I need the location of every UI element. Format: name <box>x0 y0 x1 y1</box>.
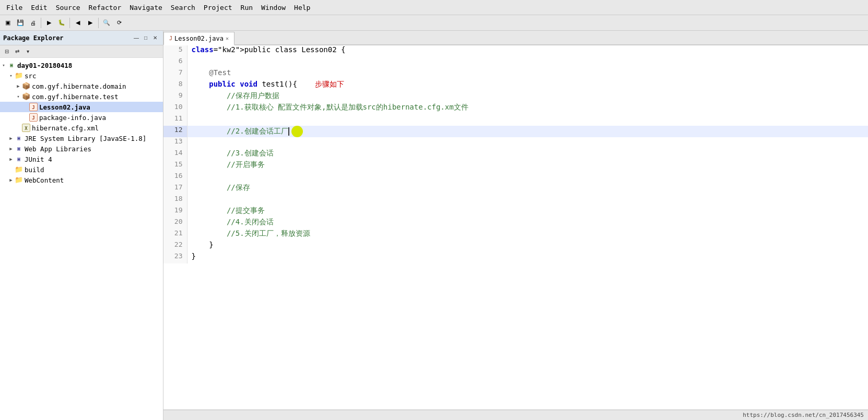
menu-refactor[interactable]: Refactor <box>85 2 126 13</box>
toolbar-prev[interactable]: ◀ <box>72 17 84 29</box>
line-number: 7 <box>163 68 187 80</box>
menu-search[interactable]: Search <box>167 2 200 13</box>
menu-run[interactable]: Run <box>237 2 257 13</box>
tree-file-icon: 📁 <box>15 176 23 184</box>
editor-tabs: J Lesson02.java ✕ <box>163 31 868 45</box>
line-content[interactable] <box>187 137 868 149</box>
toolbar-refresh[interactable]: ⟳ <box>113 17 125 29</box>
tree-item-jre[interactable]: ▶▣JRE System Library [JavaSE-1.8] <box>0 133 163 143</box>
tree-item-src[interactable]: ▾📁src <box>0 70 163 81</box>
tab-close-icon[interactable]: ✕ <box>226 35 229 41</box>
code-area[interactable]: 5class="kw2">public class Lesson02 {6 7 … <box>163 45 868 410</box>
line-content[interactable] <box>187 114 868 126</box>
tree-item-com.gyf.test[interactable]: ▾📦com.gyf.hibernate.test <box>0 91 163 102</box>
tree-item-build[interactable]: 📁build <box>0 164 163 175</box>
line-content[interactable]: //1.获取核心 配置文件对象,默认是加载src的hibernate.cfg.x… <box>187 103 868 114</box>
line-content[interactable]: public void test1(){ 步骤如下 <box>187 80 868 91</box>
toolbar-new[interactable]: ▣ <box>2 17 14 29</box>
line-content[interactable]: } <box>187 241 868 252</box>
menu-help[interactable]: Help <box>290 2 314 13</box>
line-content[interactable]: //4.关闭会话 <box>187 218 868 229</box>
tree-file-icon: 📦 <box>22 92 30 101</box>
code-line-18: 18 <box>163 195 868 206</box>
menu-navigate[interactable]: Navigate <box>125 2 167 13</box>
line-content[interactable]: //保存 <box>187 183 868 195</box>
line-number: 9 <box>163 91 187 103</box>
menu-source[interactable]: Source <box>52 2 85 13</box>
line-content[interactable]: //开启事务 <box>187 160 868 172</box>
tree-file-icon: 📁 <box>15 165 23 174</box>
tree-item-junit[interactable]: ▶▣JUnit 4 <box>0 154 163 164</box>
line-content[interactable]: //2.创建会话工厂 <box>187 126 868 137</box>
line-content[interactable]: //3.创建会话 <box>187 149 868 160</box>
tree-item-hibernate.cfg[interactable]: Xhibernate.cfg.xml <box>0 123 163 133</box>
pe-title: Package Explorer <box>3 34 132 42</box>
line-content[interactable] <box>187 195 868 206</box>
menu-file[interactable]: File <box>2 2 27 13</box>
tree-arrow-icon: ▶ <box>15 83 22 89</box>
toolbar-search[interactable]: 🔍 <box>101 17 112 29</box>
line-number: 20 <box>163 218 187 229</box>
tree-file-icon: ▣ <box>15 145 23 153</box>
code-line-20: 20 //4.关闭会话 <box>163 218 868 229</box>
line-content[interactable]: } <box>187 252 868 263</box>
code-line-16: 16 <box>163 172 868 183</box>
tree-file-icon: J <box>29 113 38 122</box>
code-line-14: 14 //3.创建会话 <box>163 149 868 160</box>
tree-item-day01[interactable]: ▾▣day01-20180418 <box>0 60 163 70</box>
line-number: 17 <box>163 183 187 195</box>
toolbar-debug[interactable]: 🐛 <box>56 17 67 29</box>
line-number: 18 <box>163 195 187 206</box>
tree-item-webapp[interactable]: ▶▣Web App Libraries <box>0 143 163 154</box>
editor-tab-lesson02[interactable]: J Lesson02.java ✕ <box>163 32 234 45</box>
pe-toolbar: ⊟ ⇄ ▾ <box>0 45 163 58</box>
line-content[interactable]: //5.关闭工厂，释放资源 <box>187 229 868 241</box>
code-line-23: 23} <box>163 252 868 263</box>
line-number: 15 <box>163 160 187 172</box>
pe-collapse[interactable]: ⊟ <box>2 47 11 56</box>
toolbar-print[interactable]: 🖨 <box>27 17 39 29</box>
toolbar-run[interactable]: ▶ <box>43 17 55 29</box>
code-line-10: 10 //1.获取核心 配置文件对象,默认是加载src的hibernate.cf… <box>163 103 868 114</box>
menu-window[interactable]: Window <box>257 2 290 13</box>
main-layout: Package Explorer — □ ✕ ⊟ ⇄ ▾ ▾▣day01-201… <box>0 31 868 420</box>
toolbar-next[interactable]: ▶ <box>85 17 96 29</box>
menu-edit[interactable]: Edit <box>27 2 51 13</box>
pe-close[interactable]: ✕ <box>150 33 160 43</box>
tree-label: package-info.java <box>39 114 106 122</box>
toolbar-save[interactable]: 💾 <box>15 17 26 29</box>
line-content[interactable] <box>187 57 868 68</box>
line-content[interactable]: //保存用户数据 <box>187 91 868 103</box>
code-line-7: 7 @Test <box>163 68 868 80</box>
menu-project[interactable]: Project <box>200 2 237 13</box>
tree-item-packageinfo[interactable]: Jpackage-info.java <box>0 112 163 123</box>
line-content[interactable]: //提交事务 <box>187 206 868 218</box>
tree-label: com.gyf.hibernate.domain <box>32 82 126 90</box>
tree-arrow-icon: ▶ <box>7 177 15 183</box>
pe-minimize[interactable]: — <box>132 33 141 43</box>
tree-item-com.gyf.domain[interactable]: ▶📦com.gyf.hibernate.domain <box>0 81 163 91</box>
tree-item-webcontent[interactable]: ▶📁WebContent <box>0 175 163 185</box>
toolbar-sep3 <box>98 18 99 28</box>
package-explorer-panel: Package Explorer — □ ✕ ⊟ ⇄ ▾ ▾▣day01-201… <box>0 31 163 420</box>
pe-tree[interactable]: ▾▣day01-20180418▾📁src▶📦com.gyf.hibernate… <box>0 58 163 420</box>
code-line-22: 22 } <box>163 241 868 252</box>
line-number: 19 <box>163 206 187 218</box>
tree-file-icon: ▣ <box>15 134 23 142</box>
pe-link[interactable]: ⇄ <box>13 47 22 56</box>
toolbar: ▣ 💾 🖨 ▶ 🐛 ◀ ▶ 🔍 ⟳ <box>0 15 868 31</box>
status-url: https://blog.csdn.net/cn_2017456345 <box>743 412 864 418</box>
line-number: 12 <box>163 126 187 137</box>
code-line-17: 17 //保存 <box>163 183 868 195</box>
pe-settings[interactable]: ▾ <box>23 47 32 56</box>
pe-maximize[interactable]: □ <box>141 33 150 43</box>
line-content[interactable]: class="kw2">public class Lesson02 { <box>187 45 868 57</box>
line-content[interactable]: @Test <box>187 68 868 80</box>
tree-arrow-icon: ▶ <box>7 136 15 141</box>
line-number: 13 <box>163 137 187 149</box>
tree-item-lesson02[interactable]: JLesson02.java <box>0 102 163 112</box>
line-content[interactable] <box>187 172 868 183</box>
statusbar: https://blog.csdn.net/cn_2017456345 <box>163 410 868 420</box>
code-line-6: 6 <box>163 57 868 68</box>
code-line-21: 21 //5.关闭工厂，释放资源 <box>163 229 868 241</box>
